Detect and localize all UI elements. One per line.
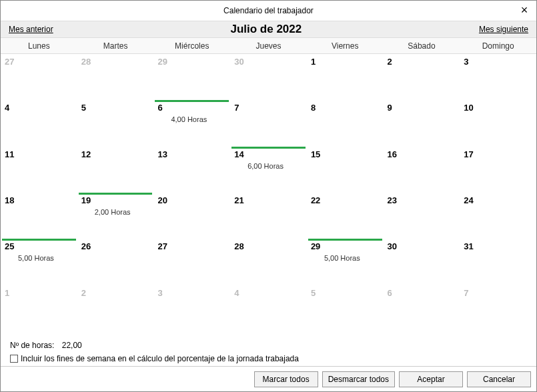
day-number: 3 <box>464 57 532 67</box>
day-number: 27 <box>157 241 226 251</box>
day-number: 27 <box>5 57 73 67</box>
month-nav: Mes anterior Julio de 2022 Mes siguiente <box>1 21 536 38</box>
calendar-day[interactable]: 2 <box>77 285 154 331</box>
calendar-row: 1234567 <box>1 285 536 331</box>
hours-total-label: Nº de horas: <box>10 341 54 350</box>
calendar-day[interactable]: 2 <box>384 54 460 100</box>
day-marker-bar <box>2 239 76 241</box>
dow-label: Sábado <box>384 38 460 53</box>
calendar-day[interactable]: 9 <box>384 100 460 146</box>
close-icon[interactable]: × <box>518 3 531 17</box>
calendar-day[interactable]: 10 <box>460 100 536 146</box>
calendar-day[interactable]: 31 <box>460 239 536 285</box>
calendar-day[interactable]: 15 <box>307 147 384 193</box>
calendar-day[interactable]: 30 <box>230 54 307 100</box>
calendar-grid: 272829301234564,00 Horas78910111213146,0… <box>1 54 536 335</box>
window-title: Calendario del trabajador <box>223 6 314 15</box>
calendar-day[interactable]: 7 <box>230 100 307 146</box>
calendar-day[interactable]: 16 <box>384 147 460 193</box>
cancel-button[interactable]: Cancelar <box>467 371 531 387</box>
include-weekends-row: Incluir los fines de semana en el cálcul… <box>10 354 527 363</box>
calendar-day[interactable]: 1 <box>1 285 77 331</box>
titlebar: Calendario del trabajador × <box>1 1 536 21</box>
day-number: 1 <box>311 57 380 67</box>
calendar-day[interactable]: 6 <box>384 285 460 331</box>
calendar-day[interactable]: 27 <box>1 54 77 100</box>
calendar-day[interactable]: 3 <box>153 285 230 331</box>
calendar-day[interactable]: 11 <box>1 147 77 193</box>
day-marker-bar <box>155 100 229 102</box>
calendar-day[interactable]: 27 <box>153 239 230 285</box>
day-number: 10 <box>464 103 532 113</box>
calendar-day[interactable]: 5 <box>77 100 154 146</box>
calendar-day[interactable]: 192,00 Horas <box>77 193 154 239</box>
hours-total-value: 22,00 <box>62 341 82 350</box>
hours-total: Nº de horas: 22,00 <box>10 341 527 350</box>
day-number: 12 <box>81 149 150 159</box>
include-weekends-checkbox[interactable] <box>10 355 18 363</box>
day-number: 13 <box>157 149 226 159</box>
day-number: 2 <box>388 57 456 67</box>
calendar-day[interactable]: 4 <box>1 100 77 146</box>
day-number: 4 <box>5 103 73 113</box>
day-number: 18 <box>5 195 73 205</box>
day-number: 15 <box>311 149 380 159</box>
calendar-day[interactable]: 64,00 Horas <box>153 100 230 146</box>
calendar-day[interactable]: 5 <box>307 285 384 331</box>
dow-label: Viernes <box>307 38 384 53</box>
day-number: 24 <box>464 195 532 205</box>
unmark-all-button[interactable]: Desmarcar todos <box>322 371 395 387</box>
calendar-day[interactable]: 7 <box>460 285 536 331</box>
day-number: 29 <box>157 57 226 67</box>
calendar-day[interactable]: 26 <box>77 239 154 285</box>
calendar-day[interactable]: 29 <box>153 54 230 100</box>
calendar-day[interactable]: 20 <box>153 193 230 239</box>
calendar-day[interactable]: 8 <box>307 100 384 146</box>
calendar-day[interactable]: 4 <box>230 285 307 331</box>
calendar-row: 4564,00 Horas78910 <box>1 100 536 146</box>
calendar-day[interactable]: 17 <box>460 147 536 193</box>
calendar-day[interactable]: 18 <box>1 193 77 239</box>
accept-button[interactable]: Aceptar <box>399 371 463 387</box>
calendar-day[interactable]: 21 <box>230 193 307 239</box>
calendar-day[interactable]: 23 <box>384 193 460 239</box>
day-hours-label: 2,00 Horas <box>81 208 150 216</box>
calendar-day[interactable]: 1 <box>307 54 384 100</box>
day-marker-bar <box>79 193 153 195</box>
month-title: Julio de 2022 <box>53 23 479 36</box>
calendar-dialog: Calendario del trabajador × Mes anterior… <box>0 0 537 392</box>
calendar-day[interactable]: 255,00 Horas <box>1 239 77 285</box>
dow-label: Domingo <box>460 38 536 53</box>
day-number: 22 <box>311 195 380 205</box>
day-number: 6 <box>388 288 456 298</box>
day-number: 14 <box>234 149 303 159</box>
calendar-day[interactable]: 22 <box>307 193 384 239</box>
next-month-link[interactable]: Mes siguiente <box>479 25 528 34</box>
day-number: 21 <box>234 195 303 205</box>
day-marker-bar <box>308 239 382 241</box>
calendar-day[interactable]: 28 <box>77 54 154 100</box>
calendar-day[interactable]: 24 <box>460 193 536 239</box>
calendar-day[interactable]: 28 <box>230 239 307 285</box>
day-number: 28 <box>81 57 150 67</box>
day-number: 11 <box>5 149 73 159</box>
day-of-week-header: Lunes Martes Miércoles Jueves Viernes Sá… <box>1 38 536 54</box>
day-marker-bar <box>231 147 306 149</box>
day-number: 2 <box>81 288 150 298</box>
day-hours-label: 5,00 Horas <box>5 254 73 262</box>
prev-month-link[interactable]: Mes anterior <box>9 25 53 34</box>
include-weekends-label: Incluir los fines de semana en el cálcul… <box>21 354 299 363</box>
dow-label: Jueves <box>230 38 307 53</box>
day-number: 5 <box>81 103 150 113</box>
calendar-day[interactable]: 12 <box>77 147 154 193</box>
calendar-day[interactable]: 13 <box>153 147 230 193</box>
day-number: 3 <box>157 288 226 298</box>
calendar-day[interactable]: 3 <box>460 54 536 100</box>
calendar-day[interactable]: 295,00 Horas <box>307 239 384 285</box>
calendar-day[interactable]: 30 <box>384 239 460 285</box>
day-number: 25 <box>5 241 73 251</box>
day-number: 7 <box>234 103 303 113</box>
calendar-day[interactable]: 146,00 Horas <box>230 147 307 193</box>
mark-all-button[interactable]: Marcar todos <box>254 371 318 387</box>
calendar-row: 111213146,00 Horas151617 <box>1 147 536 193</box>
